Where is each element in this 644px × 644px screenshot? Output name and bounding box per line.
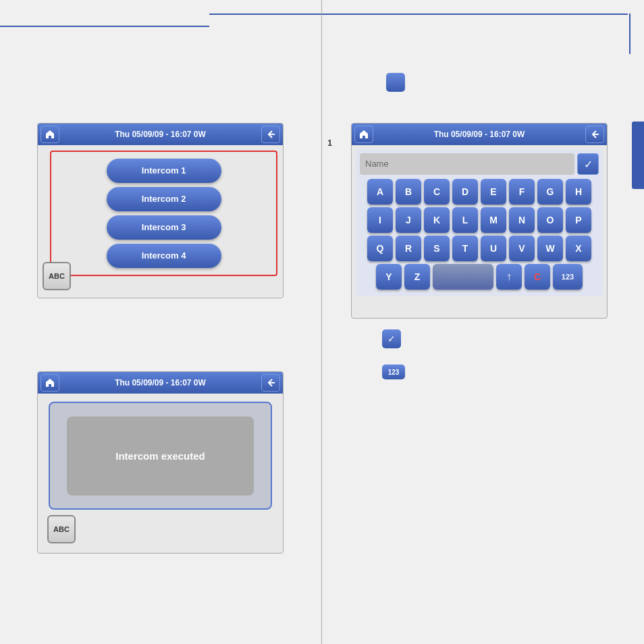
key-row-2: I J K L M N O P	[360, 207, 599, 233]
intercom-3-button[interactable]: Intercom 3	[107, 215, 221, 240]
float-check-icon: ✓	[382, 329, 401, 348]
intercom-1-button[interactable]: Intercom 1	[107, 159, 221, 183]
intercom-list-panel: Thu 05/09/09 - 16:07 0W Intercom 1 Inter…	[37, 123, 284, 298]
float-123-icon: 123	[382, 365, 405, 379]
key-r[interactable]: R	[396, 236, 421, 261]
key-o[interactable]: O	[537, 207, 563, 233]
key-e[interactable]: E	[481, 179, 506, 205]
vertical-divider	[321, 0, 322, 644]
key-row-1: A B C D E F G H	[360, 179, 599, 205]
keyboard-content: Name ✓ A B C D E F G H I J K L M N O P	[356, 149, 603, 296]
key-space[interactable]	[433, 264, 493, 290]
key-l[interactable]: L	[452, 207, 478, 233]
key-v[interactable]: V	[509, 236, 535, 261]
result-panel-header: Thu 05/09/09 - 16:07 0W	[38, 372, 283, 394]
result-content: Intercom executed	[38, 394, 283, 518]
key-a[interactable]: A	[367, 179, 393, 205]
back-button-result[interactable]	[261, 374, 280, 392]
result-panel: Thu 05/09/09 - 16:07 0W Intercom execute…	[37, 371, 284, 554]
key-i[interactable]: I	[367, 207, 393, 233]
float-icon-top	[386, 73, 405, 92]
intercom-4-button[interactable]: Intercom 4	[107, 244, 221, 268]
key-k[interactable]: K	[424, 207, 450, 233]
key-s[interactable]: S	[424, 236, 450, 261]
keyboard-panel: Thu 05/09/09 - 16:07 0W Name ✓ A B C D E…	[351, 123, 608, 319]
header-title-result: Thu 05/09/09 - 16:07 0W	[59, 378, 261, 387]
intercom-list-red-border: Intercom 1 Intercom 2 Intercom 3 Interco…	[50, 151, 277, 276]
intercom-list-content: Intercom 1 Intercom 2 Intercom 3 Interco…	[38, 145, 283, 281]
key-w[interactable]: W	[537, 236, 563, 261]
key-g[interactable]: G	[537, 179, 563, 205]
float-123-area: 123	[382, 365, 405, 379]
key-t[interactable]: T	[452, 236, 478, 261]
abc-button-top-panel[interactable]: ABC	[43, 262, 71, 290]
annotation-1: 1	[327, 138, 332, 148]
key-x[interactable]: X	[566, 236, 591, 261]
name-input-row: Name ✓	[360, 153, 599, 175]
key-row-3: Q R S T U V W X	[360, 236, 599, 261]
float-check-area: ✓	[382, 329, 401, 348]
key-row-4: Y Z ↑ C 123	[360, 264, 599, 290]
home-button-keyboard[interactable]	[354, 126, 373, 143]
abc-button-result-panel[interactable]: ABC	[47, 515, 76, 543]
key-d[interactable]: D	[452, 179, 478, 205]
key-z[interactable]: Z	[404, 264, 430, 290]
key-p[interactable]: P	[566, 207, 591, 233]
key-h[interactable]: H	[566, 179, 591, 205]
home-button-result[interactable]	[41, 374, 59, 392]
decorative-line-corner	[629, 14, 630, 54]
key-q[interactable]: Q	[367, 236, 393, 261]
key-up[interactable]: ↑	[496, 264, 522, 290]
key-b[interactable]: B	[396, 179, 421, 205]
name-input-field[interactable]: Name	[360, 153, 574, 175]
key-m[interactable]: M	[481, 207, 506, 233]
key-c[interactable]: C	[424, 179, 450, 205]
header-title-keyboard: Thu 05/09/09 - 16:07 0W	[373, 130, 585, 139]
confirm-button[interactable]: ✓	[577, 153, 599, 175]
key-n[interactable]: N	[509, 207, 535, 233]
result-text-box: Intercom executed	[67, 417, 254, 495]
decorative-line-right	[209, 14, 628, 15]
back-button-top[interactable]	[261, 126, 280, 143]
key-u[interactable]: U	[481, 236, 506, 261]
key-123[interactable]: 123	[553, 264, 583, 290]
decorative-line-left	[0, 26, 209, 27]
key-j[interactable]: J	[396, 207, 421, 233]
header-title-top: Thu 05/09/09 - 16:07 0W	[59, 130, 261, 139]
key-f[interactable]: F	[509, 179, 535, 205]
key-y[interactable]: Y	[376, 264, 402, 290]
key-clear[interactable]: C	[525, 264, 550, 290]
back-button-keyboard[interactable]	[585, 126, 604, 143]
intercom-list-header: Thu 05/09/09 - 16:07 0W	[38, 124, 283, 145]
keyboard-header: Thu 05/09/09 - 16:07 0W	[352, 124, 607, 145]
result-box: Intercom executed	[49, 402, 272, 510]
right-blue-bar	[632, 122, 644, 189]
intercom-2-button[interactable]: Intercom 2	[107, 187, 221, 211]
home-button-top[interactable]	[41, 126, 59, 143]
